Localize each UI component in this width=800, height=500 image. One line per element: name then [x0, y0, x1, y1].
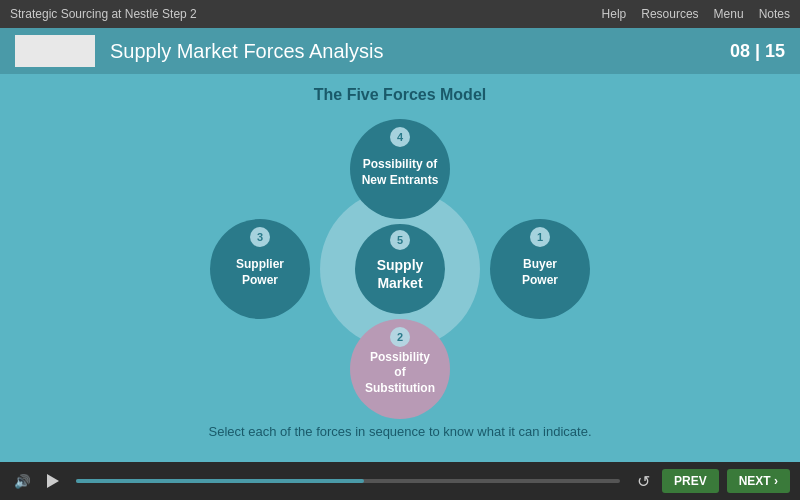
substitution-badge: 2 — [390, 327, 410, 347]
page-total: 15 — [765, 41, 785, 61]
play-icon — [47, 474, 59, 488]
reload-button[interactable]: ↺ — [633, 468, 654, 495]
substitution-label: PossibilityofSubstitution — [365, 350, 435, 397]
progress-fill — [76, 479, 364, 483]
volume-icon: 🔊 — [14, 474, 31, 489]
buyer-label: BuyerPower — [522, 257, 558, 288]
page-title: Supply Market Forces Analysis — [110, 40, 730, 63]
new-entrants-circle[interactable]: 4 Possibility ofNew Entrants — [350, 119, 450, 219]
supplier-label: SupplierPower — [236, 257, 284, 288]
page-current: 08 — [730, 41, 750, 61]
reload-icon: ↺ — [637, 472, 650, 491]
volume-button[interactable]: 🔊 — [10, 470, 35, 493]
center-badge: 5 — [390, 230, 410, 250]
header: Supply Market Forces Analysis 08 | 15 — [0, 28, 800, 74]
resources-button[interactable]: Resources — [641, 7, 698, 21]
help-button[interactable]: Help — [602, 7, 627, 21]
progress-bar[interactable] — [76, 479, 620, 483]
page-number: 08 | 15 — [730, 41, 785, 62]
main-content: The Five Forces Model 4 Possibility ofNe… — [0, 74, 800, 462]
new-entrants-badge: 4 — [390, 127, 410, 147]
diagram-title: The Five Forces Model — [314, 86, 486, 104]
five-forces-diagram: 4 Possibility ofNew Entrants 2 Possibili… — [210, 119, 590, 419]
supplier-badge: 3 — [250, 227, 270, 247]
buyer-badge: 1 — [530, 227, 550, 247]
bottom-bar: 🔊 ↺ PREV NEXT › — [0, 462, 800, 500]
notes-button[interactable]: Notes — [759, 7, 790, 21]
supplier-power-circle[interactable]: 3 SupplierPower — [210, 219, 310, 319]
new-entrants-label: Possibility ofNew Entrants — [362, 157, 439, 188]
center-label: SupplyMarket — [377, 256, 424, 292]
next-button[interactable]: NEXT › — [727, 469, 790, 493]
logo — [15, 35, 95, 67]
page-separator: | — [755, 41, 765, 61]
top-bar: Strategic Sourcing at Nestlé Step 2 Help… — [0, 0, 800, 28]
app-title: Strategic Sourcing at Nestlé Step 2 — [10, 7, 197, 21]
buyer-power-circle[interactable]: 1 BuyerPower — [490, 219, 590, 319]
prev-button[interactable]: PREV — [662, 469, 719, 493]
supply-market-circle[interactable]: 5 SupplyMarket — [355, 224, 445, 314]
instruction-text: Select each of the forces in sequence to… — [208, 424, 591, 439]
substitution-circle[interactable]: 2 PossibilityofSubstitution — [350, 319, 450, 419]
play-button[interactable] — [43, 470, 63, 492]
menu-button[interactable]: Menu — [714, 7, 744, 21]
